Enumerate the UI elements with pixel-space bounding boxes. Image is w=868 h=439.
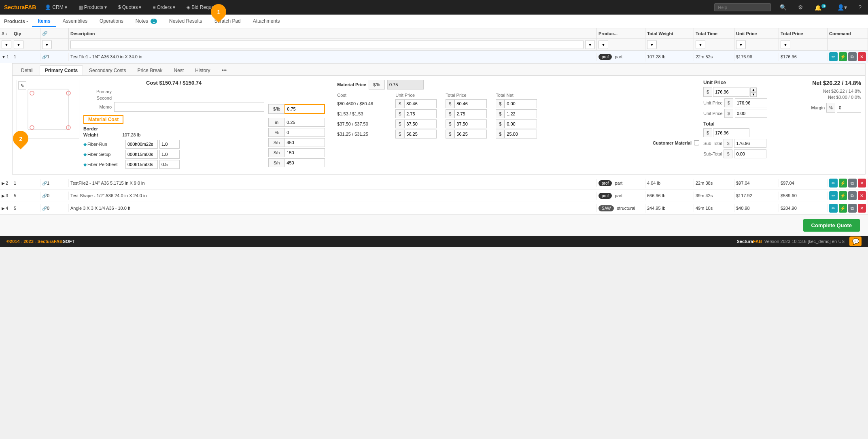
- rate-in-input[interactable]: [284, 118, 325, 127]
- rate-sh3-input[interactable]: [284, 158, 325, 167]
- fiber-setup-time[interactable]: [125, 150, 158, 159]
- row-toggle-2[interactable]: ▶: [2, 181, 5, 185]
- clone-button-4[interactable]: ⧉: [848, 204, 857, 213]
- rate-slb-input[interactable]: [284, 104, 325, 114]
- tab-assemblies[interactable]: Assemblies: [57, 16, 93, 27]
- table-row[interactable]: ▶ 4 5 🔗0 Angle 3 X 3 X 1/4 A36 - 10.0 ft…: [0, 202, 868, 215]
- clone-button-2[interactable]: ⧉: [848, 179, 857, 188]
- delete-button-1[interactable]: ✕: [858, 52, 866, 61]
- tab-nested[interactable]: Nested Results: [163, 16, 208, 27]
- fiber-persheet-time[interactable]: [125, 160, 158, 169]
- fiber-persheet-unit-price[interactable]: [404, 130, 437, 139]
- clone-button-1[interactable]: ⧉: [848, 52, 857, 61]
- edit-shape-button[interactable]: ✎: [18, 81, 26, 90]
- fiber-setup-total-price[interactable]: [454, 119, 487, 128]
- filter-btn-time[interactable]: ▼: [696, 40, 705, 49]
- tab-items[interactable]: Items: [32, 16, 56, 27]
- tab-operations[interactable]: Operations: [94, 16, 129, 27]
- copy-button-3[interactable]: ⚡: [839, 191, 847, 200]
- subtotal2-input[interactable]: [734, 149, 766, 158]
- nav-products[interactable]: ▦ Products ▾: [76, 3, 109, 12]
- filter-btn-link[interactable]: ▼: [42, 40, 52, 49]
- row-toggle-1[interactable]: ▼: [2, 55, 6, 59]
- subtotal-input[interactable]: [734, 139, 766, 148]
- unit-price-input[interactable]: [713, 87, 749, 97]
- filter-btn-uprice[interactable]: ▼: [736, 40, 746, 49]
- fiber-run-total-price[interactable]: [454, 109, 487, 118]
- material-price-input[interactable]: [387, 80, 424, 90]
- grid-icon: ▦: [79, 4, 83, 10]
- fiber-setup-qty[interactable]: [159, 150, 180, 159]
- detail-tab-nest[interactable]: Nest: [168, 65, 189, 75]
- edit-button-4[interactable]: ✏: [829, 204, 838, 213]
- fiber-run-total-net[interactable]: [505, 109, 537, 118]
- delete-button-4[interactable]: ✕: [858, 204, 866, 213]
- fiber-persheet-total-net[interactable]: [505, 130, 537, 139]
- nav-quotes[interactable]: $ Quotes ▾: [116, 3, 144, 12]
- detail-tab-more[interactable]: •••: [216, 65, 232, 75]
- rate-pct-input[interactable]: [284, 128, 325, 137]
- fiber-persheet-qty[interactable]: [159, 160, 180, 169]
- rate-sh3-unit: $/h: [268, 158, 284, 167]
- row-toggle-3[interactable]: ▶: [2, 194, 5, 198]
- notification-icon[interactable]: 🔔0: [812, 4, 828, 11]
- detail-tab-detail[interactable]: Detail: [16, 65, 39, 75]
- filter-btn-weight[interactable]: ▼: [647, 40, 657, 49]
- mat-unit-price[interactable]: [404, 99, 437, 108]
- price-up-arrow[interactable]: ▲: [750, 87, 757, 92]
- clone-button-3[interactable]: ⧉: [848, 191, 857, 200]
- fiber-run-unit-price[interactable]: [404, 109, 437, 118]
- filter-input-description[interactable]: [70, 40, 584, 49]
- detail-tab-price-break[interactable]: Price Break: [132, 65, 168, 75]
- chat-button[interactable]: 💬: [849, 237, 862, 246]
- detail-tab-history[interactable]: History: [190, 65, 215, 75]
- fiber-persheet-total-price[interactable]: [454, 130, 487, 139]
- notes-badge: 1: [151, 19, 157, 24]
- rate-sh2-input[interactable]: [284, 148, 325, 157]
- fiber-run-qty[interactable]: [159, 140, 180, 149]
- search-icon[interactable]: 🔍: [777, 4, 789, 11]
- filter-btn-tprice[interactable]: ▼: [781, 40, 790, 49]
- memo-input[interactable]: [114, 102, 264, 112]
- fiber-setup-total-net[interactable]: [505, 119, 537, 128]
- mat-total-net[interactable]: [505, 99, 537, 108]
- filter-btn-qty[interactable]: ▼: [14, 40, 23, 49]
- detail-tab-primary-costs[interactable]: Primary Costs: [40, 65, 83, 75]
- filter-btn-description[interactable]: ▼: [585, 40, 595, 49]
- detail-tab-secondary-costs[interactable]: Secondary Costs: [84, 65, 131, 75]
- table-row[interactable]: ▼ 1 1 🔗1 TestFile1 - 1/4" A36 34.0 in X …: [0, 51, 868, 63]
- table-row[interactable]: ▶ 3 5 🔗0 Test Shape - 1/2" A36 24.0 in X…: [0, 190, 868, 202]
- filter-btn-hash[interactable]: ▼: [2, 40, 11, 49]
- secondary-uprice-input[interactable]: [735, 109, 767, 118]
- delete-button-2[interactable]: ✕: [858, 179, 866, 188]
- nav-crm[interactable]: 👤 CRM ▾: [42, 3, 69, 12]
- copy-button-4[interactable]: ⚡: [839, 204, 847, 213]
- nav-orders[interactable]: ≡ Orders ▾: [150, 3, 178, 12]
- fiber-setup-unit-price[interactable]: [404, 119, 437, 128]
- row-toggle-4[interactable]: ▶: [2, 206, 5, 211]
- help-input[interactable]: [714, 3, 771, 11]
- copy-button-1[interactable]: ⚡: [839, 52, 847, 61]
- customer-material-checkbox[interactable]: [694, 140, 699, 145]
- tab-attachments[interactable]: Attachments: [247, 16, 286, 27]
- rate-sh1-input[interactable]: [284, 138, 325, 147]
- subtotal-label: Sub-Total: [703, 141, 722, 146]
- edit-button-3[interactable]: ✏: [829, 191, 838, 200]
- help-icon[interactable]: ?: [856, 4, 864, 11]
- gear-icon[interactable]: ⚙: [796, 4, 806, 11]
- margin-input[interactable]: [837, 103, 861, 113]
- tab-notes[interactable]: Notes 1: [130, 16, 163, 27]
- complete-quote-button[interactable]: Complete Quote: [803, 219, 860, 232]
- copy-button-2[interactable]: ⚡: [839, 179, 847, 188]
- delete-button-3[interactable]: ✕: [858, 191, 866, 200]
- filter-btn-produc[interactable]: ▼: [598, 40, 608, 49]
- primary-uprice-input[interactable]: [735, 98, 767, 107]
- mat-total-price[interactable]: [454, 99, 487, 108]
- table-row[interactable]: ▶ 2 1 🔗1 TestFile2 - 1/4" A36 5.1715 in …: [0, 177, 868, 190]
- price-down-arrow[interactable]: ▼: [750, 92, 757, 97]
- user-menu[interactable]: 👤▾: [835, 4, 849, 11]
- edit-button-1[interactable]: ✏: [829, 52, 838, 61]
- total-input[interactable]: [713, 128, 749, 137]
- edit-button-2[interactable]: ✏: [829, 179, 838, 188]
- fiber-run-time[interactable]: [125, 140, 158, 149]
